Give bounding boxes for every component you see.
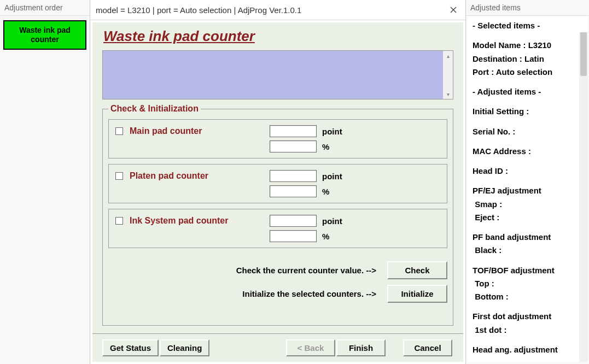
waste-ink-pad-counter-nav[interactable]: Waste ink pad counter	[3, 20, 86, 50]
check-initialization-group: Check & Initialization Main pad counter …	[102, 104, 453, 326]
smap: Smap :	[473, 199, 582, 210]
main-pad-pct-input[interactable]	[270, 140, 317, 152]
dialog-title: model = L3210 | port = Auto selection | …	[96, 5, 301, 15]
finish-button[interactable]: Finish	[336, 339, 386, 356]
pf-ej-adjustment: PF/EJ adjustment	[473, 185, 582, 196]
page-heading: Waste ink pad counter	[102, 28, 453, 45]
main-pad-checkbox[interactable]	[115, 127, 123, 135]
selected-items-header: - Selected items -	[473, 20, 582, 31]
log-scrollbar[interactable]: ▴ ▾	[443, 51, 453, 99]
ink-system-pad-label: Ink System pad counter	[130, 216, 270, 226]
initialize-hint: Initialize the selected counters. -->	[242, 289, 376, 298]
model-name: Model Name : L3210	[473, 40, 582, 51]
dialog-body: Waste ink pad counter ▴ ▾ Check & Initia…	[92, 22, 463, 333]
scroll-up-icon[interactable]: ▴	[443, 51, 453, 61]
main-pad-point-input[interactable]	[270, 125, 317, 137]
adjusted-items-panel: Adjusted items - Selected items - Model …	[466, 0, 589, 364]
head-ang-adjustment: Head ang. adjustment	[473, 344, 582, 355]
back-button[interactable]: < Back	[286, 339, 335, 356]
scroll-down-icon[interactable]: ▾	[443, 89, 453, 99]
adjusted-items-header: - Adjusted items -	[473, 86, 582, 97]
top: Top :	[473, 278, 582, 289]
platen-pad-checkbox[interactable]	[115, 172, 123, 180]
cancel-button[interactable]: Cancel	[403, 339, 452, 356]
ink-system-pad-pct-input[interactable]	[270, 230, 317, 242]
fieldset-legend: Check & Initialization	[108, 104, 201, 114]
mac-address: MAC Address :	[473, 146, 582, 157]
close-button[interactable]	[447, 3, 460, 16]
bottom: Bottom :	[473, 291, 582, 302]
port: Port : Auto selection	[473, 67, 582, 78]
ink-system-pad-block: Ink System pad counter point %	[108, 209, 447, 248]
close-icon	[450, 7, 457, 13]
first-dot-adjustment: First dot adjustment	[473, 311, 582, 322]
main-pad-label: Main pad counter	[130, 126, 270, 136]
right-scroll-thumb[interactable]	[580, 32, 587, 76]
main-pad-block: Main pad counter point %	[108, 119, 447, 158]
platen-pad-block: Platen pad counter point %	[108, 164, 447, 203]
ink-system-pad-point-input[interactable]	[270, 215, 317, 227]
check-hint: Check the current counter value. -->	[236, 266, 376, 275]
check-button[interactable]: Check	[387, 261, 447, 279]
head-id: Head ID :	[473, 166, 582, 177]
right-panel-title: Adjusted items	[466, 0, 589, 16]
platen-pad-label: Platen pad counter	[130, 171, 270, 181]
pf-band-adjustment: PF band adjustment	[473, 232, 582, 243]
first-dot: 1st dot :	[473, 325, 582, 336]
initialize-button[interactable]: Initialize	[387, 285, 447, 303]
eject: Eject :	[473, 212, 582, 223]
destination: Destination : Latin	[473, 54, 582, 64]
serial-no: Serial No. :	[473, 126, 582, 137]
unit-pct: %	[322, 142, 329, 151]
black: Black :	[473, 245, 582, 256]
adjustment-order-panel: Adjustment order Waste ink pad counter	[0, 0, 90, 364]
initial-setting: Initial Setting :	[473, 106, 582, 117]
log-textarea[interactable]: ▴ ▾	[102, 50, 453, 99]
ink-system-pad-checkbox[interactable]	[115, 217, 123, 225]
right-scrollbar[interactable]	[579, 32, 588, 362]
dialog-window: model = L3210 | port = Auto selection | …	[90, 0, 466, 364]
bottom-button-bar: Get Status Cleaning < Back Finish Cancel	[92, 333, 463, 362]
platen-pad-pct-input[interactable]	[270, 185, 317, 197]
platen-pad-point-input[interactable]	[270, 170, 317, 182]
dialog-titlebar: model = L3210 | port = Auto selection | …	[90, 0, 465, 20]
get-status-button[interactable]: Get Status	[102, 339, 159, 356]
cleaning-button[interactable]: Cleaning	[160, 339, 209, 356]
tof-bof-adjustment: TOF/BOF adjustment	[473, 265, 582, 276]
unit-point: point	[322, 127, 342, 136]
adjusted-items-content: - Selected items - Model Name : L3210 De…	[467, 16, 588, 362]
left-panel-title: Adjustment order	[0, 0, 90, 16]
